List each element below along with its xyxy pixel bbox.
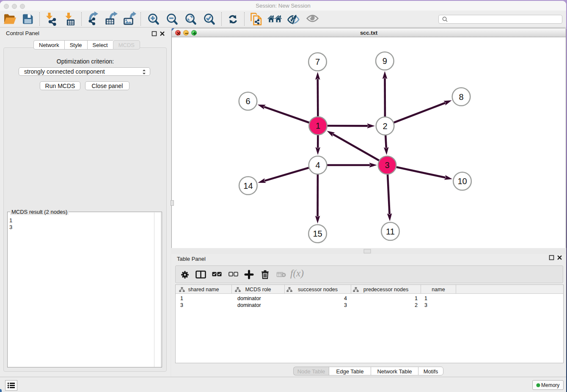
svg-text:3: 3 xyxy=(385,160,389,170)
svg-text:14: 14 xyxy=(243,181,253,190)
svg-text:11: 11 xyxy=(386,227,395,236)
svg-text:9: 9 xyxy=(383,56,387,66)
svg-text:10: 10 xyxy=(457,177,467,186)
svg-text:1: 1 xyxy=(316,121,320,130)
svg-text:2: 2 xyxy=(383,121,387,131)
svg-text:15: 15 xyxy=(313,229,322,238)
svg-text:7: 7 xyxy=(315,57,320,66)
svg-text:4: 4 xyxy=(315,160,320,170)
svg-text:8: 8 xyxy=(459,92,463,102)
svg-text:6: 6 xyxy=(245,97,250,106)
